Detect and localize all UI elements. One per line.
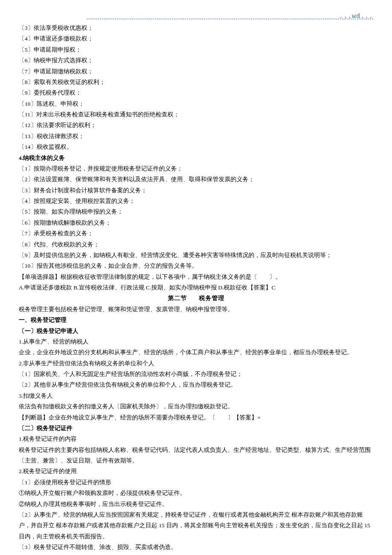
judgment-question: 【判断题】企业在外地设立从事生产、经营的场所不需要办理税务登记。〔 〕【答案】×: [19, 412, 373, 423]
duty-item-9: 〔9〕及时提供信息的义务，如纳税人有歇业、经营情况变化、遭受各种灾害等特殊情况的…: [19, 250, 373, 260]
cert-2-item-3: 〔3〕税务登记证件不能转借、涂改、损毁、买卖或者伪造。: [19, 542, 373, 552]
right-item-9: 〔9〕委托税务代理权；: [19, 87, 373, 98]
section-2-title: 第二节税务管理: [19, 293, 373, 304]
cert-2-item-1: 〔1〕必须使用税务登记证件的情形: [19, 477, 373, 488]
mcq-options-answer: A.申请退还多缴税款 B.宣传税收法律、行政法规 C.按期、如实办理纳税申报 D…: [19, 282, 373, 293]
right-item-12: 〔12〕依法要求听证的权利；: [19, 120, 373, 130]
duty-item-6: 〔6〕按期缴纳或解缴税款的义务；: [19, 217, 373, 228]
duty-item-3: 〔3〕财务会计制度和会计核算软件备案的义务；: [19, 185, 373, 196]
right-item-14: 〔14〕税收监视权。: [19, 142, 373, 152]
right-item-3: 〔3〕依法享受税收优惠权；: [19, 23, 373, 33]
cert-1-title: 1.税务登记证件的内容: [19, 434, 373, 444]
duty-item-1: 〔1〕按期办理税务登记，并按规定使用税务登记证件的义务；: [19, 163, 373, 174]
applicant-3-body: 依法负有扣缴税款义务的扣缴义务人〔国家机关除外〕，应当办理扣缴税款登记。: [19, 401, 373, 412]
right-item-11: 〔11〕对未出示税务检查证和税务检查通知书的拒绝检查权；: [19, 109, 373, 120]
right-item-6: 〔6〕纳税申报方式选择权；: [19, 55, 373, 66]
duty-item-4: 〔4〕按照规定安装、使用税控装置的义务；: [19, 196, 373, 206]
heading-1-2: 〔二〕税务登记证件: [19, 423, 373, 434]
applicant-1-title: 1.从事生产、经营的纳税人: [19, 336, 373, 347]
heading-1-1: 〔一〕税务登记申请人: [19, 326, 373, 336]
cert-2-sub-2: ②纳税人办理其他税务事项时，应当出示税务登记证件。: [19, 499, 373, 509]
heading-duties: 4.纳税主体的义务: [19, 153, 373, 163]
cert-2-sub-1: ①纳税人开立银行账户和领购发票时，必须提供税务登记证件。: [19, 488, 373, 498]
cert-2-title: 2.税务登记证件的使用: [19, 466, 373, 477]
tax-mgmt-intro: 税务管理主要包括税务登记管理、账簿和凭证管理、发票管理、纳税申报管理等。: [19, 304, 373, 315]
right-item-4: 〔4〕申请退还多缴税款权；: [19, 33, 373, 44]
right-item-7: 〔7〕申请延期缴纳税款权；: [19, 66, 373, 77]
right-item-13: 〔13〕税收法律救济权；: [19, 131, 373, 142]
mcq-question: 【单项选择题】根据税收征收管理法律制度的规定，以下各项中，属于纳税主体义务的是〔…: [19, 272, 373, 282]
duty-item-7: 〔7〕承受税务检查的义务；: [19, 228, 373, 239]
section-2-name: 税务管理: [199, 295, 225, 301]
cert-2-item-2: 〔2〕从事生产、经营的纳税人应当按照国家有关规定，持税务登记证件，在银行或者其他…: [19, 509, 373, 542]
right-item-10: 〔10〕陈述权、申辩权；: [19, 98, 373, 109]
section-2-label: 第二节: [168, 295, 187, 301]
duty-item-2: 〔2〕依法设置账簿、保管账簿和有关资料以及依法开具、使用、取得和保管发票的义务；: [19, 174, 373, 185]
applicant-2-item-2: 〔2〕其他非从事生产经营但依法负有纳税义务的单位和个人，应当办理税务登记。: [19, 379, 373, 390]
duty-item-10: 〔10〕报告其他涉税信息的义务，如企业合并、分立的报告义务等。: [19, 260, 373, 271]
heading-1: 一、税务登记管理: [19, 315, 373, 325]
applicant-2-title: 2.非从事生产经营但依法负有纳税义务的单位和个人: [19, 358, 373, 369]
duty-item-8: 〔8〕代扣、代收税款的义务；: [19, 239, 373, 250]
applicant-2-item-1: 〔1〕国家机关、个人和无固定生产经营场所的流动性农村小商贩，不办理税务登记；: [19, 369, 373, 379]
duty-item-5: 〔5〕按期、如实办理纳税申报的义务；: [19, 206, 373, 217]
cert-1-body: 税务登记证件的主要内容包括纳税人名称、税务登记代码、法定代表人或负责人、生产经营…: [19, 445, 373, 466]
header-watermark: ...wd...: [339, 11, 373, 23]
applicant-3-title: 3.扣缴义务人: [19, 390, 373, 401]
header-divider: ...wd...: [87, 19, 373, 19]
applicant-1-body: 企业，企业在外地设立的分支机构和从事生产、经营的场所，个体工商户和从事生产、经营…: [19, 347, 373, 358]
right-item-5: 〔5〕申请延期申报权；: [19, 44, 373, 55]
right-item-8: 〔8〕索取有关税收凭证的权利；: [19, 77, 373, 87]
